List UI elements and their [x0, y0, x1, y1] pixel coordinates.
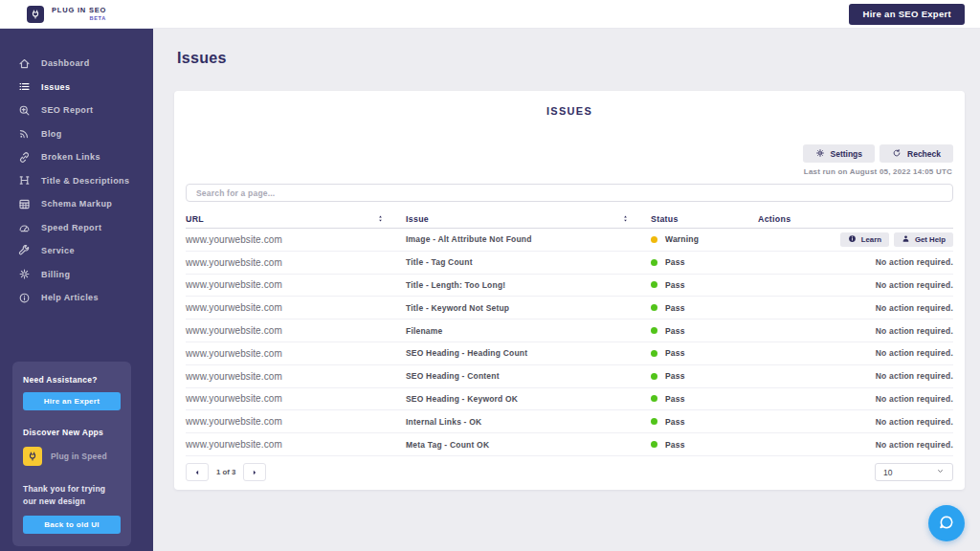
sidebar-nav: Dashboard Issues SEO Report Blog Broken … — [0, 29, 153, 310]
issues-card-title: ISSUES — [174, 105, 965, 117]
row-url: www.yourwebsite.com — [186, 279, 406, 290]
table-header: URL Issue Status Actions — [186, 209, 953, 229]
back-to-old-ui-button[interactable]: Back to old UI — [23, 516, 121, 534]
status-label: Pass — [665, 280, 685, 290]
row-issue: Title - Length: Too Long! — [406, 280, 651, 290]
page-size-select[interactable]: 10 — [875, 463, 953, 481]
sidebar-item-broken-links[interactable]: Broken Links — [0, 145, 153, 169]
rss-icon — [18, 127, 31, 140]
get-help-button[interactable]: Get Help — [894, 232, 953, 247]
sidebar: Dashboard Issues SEO Report Blog Broken … — [0, 29, 153, 551]
sidebar-item-seo-report[interactable]: SEO Report — [0, 99, 153, 122]
row-actions: No action required. — [758, 257, 953, 267]
learn-button[interactable]: Learn — [840, 232, 889, 247]
row-actions: No action required. — [758, 371, 953, 381]
gears-icon — [815, 148, 825, 160]
refresh-icon — [892, 148, 902, 160]
row-url: www.yourwebsite.com — [186, 371, 406, 382]
hire-seo-expert-button[interactable]: Hire an SEO Expert — [849, 4, 965, 25]
sidebar-item-schema-markup[interactable]: Schema Markup — [0, 192, 153, 216]
status-label: Pass — [665, 348, 685, 358]
status-dot-icon — [651, 281, 657, 288]
assistance-panel: Need Assistance? Hire an Expert Discover… — [12, 362, 131, 546]
row-issue: Title - Keyword Not Setup — [406, 303, 651, 313]
arrow-right-icon — [251, 465, 258, 479]
table-row: www.yourwebsite.com Image - Alt Attribut… — [186, 229, 953, 252]
status-dot-icon — [651, 259, 657, 266]
row-status: Pass — [651, 348, 758, 358]
plug-icon — [23, 447, 42, 466]
column-header-status: Status — [651, 214, 758, 224]
app-name: PLUG IN SEO — [52, 7, 106, 14]
status-dot-icon — [651, 373, 657, 380]
settings-button[interactable]: Settings — [803, 144, 876, 163]
page-indicator: 1 of 3 — [216, 468, 235, 476]
thanks-text: Thank you for trying our new design — [23, 483, 121, 508]
search-input[interactable] — [186, 184, 953, 202]
sidebar-item-issues[interactable]: Issues — [0, 76, 153, 99]
chat-bubble-icon — [938, 514, 955, 534]
sort-icon[interactable] — [376, 214, 385, 223]
status-dot-icon — [651, 304, 657, 311]
status-dot-icon — [651, 441, 657, 448]
table-row: www.yourwebsite.com SEO Heading - Conten… — [186, 365, 953, 388]
pagination: 1 of 3 — [186, 463, 266, 481]
plug-icon — [27, 6, 44, 23]
recheck-button[interactable]: Recheck — [880, 144, 953, 163]
row-url: www.yourwebsite.com — [186, 302, 406, 313]
sidebar-item-service[interactable]: Service — [0, 239, 153, 263]
sidebar-item-billing[interactable]: Billing — [0, 263, 153, 287]
person-icon — [902, 234, 910, 245]
last-run-timestamp: Last run on August 05, 2022 14:05 UTC — [804, 167, 952, 176]
discover-new-apps-title: Discover New Apps — [23, 428, 121, 437]
chevron-down-icon — [936, 467, 945, 477]
row-status: Pass — [651, 303, 758, 313]
search-icon — [18, 104, 31, 117]
row-status: Pass — [651, 417, 758, 427]
row-issue: SEO Heading - Keyword OK — [406, 394, 651, 404]
row-status: Pass — [651, 371, 758, 381]
wrench-icon — [18, 245, 31, 257]
arrow-left-icon — [193, 465, 201, 479]
row-status: Pass — [651, 440, 758, 450]
table-row: www.yourwebsite.com Title - Length: Too … — [186, 275, 953, 298]
gear-icon — [18, 268, 31, 280]
row-issue: Title - Tag Count — [406, 257, 651, 267]
table-row: www.yourwebsite.com Title - Tag Count Pa… — [186, 252, 953, 275]
column-header-issue: Issue — [406, 214, 651, 224]
heading-icon — [18, 174, 31, 187]
status-label: Pass — [665, 417, 685, 427]
need-assistance-title: Need Assistance? — [23, 375, 121, 385]
row-actions: No action required. — [758, 440, 953, 450]
status-label: Pass — [665, 257, 685, 267]
row-url: www.yourwebsite.com — [186, 234, 406, 245]
status-label: Pass — [665, 394, 685, 404]
sidebar-item-dashboard[interactable]: Dashboard — [0, 52, 153, 76]
sort-icon[interactable] — [621, 214, 630, 223]
sidebar-item-help-articles[interactable]: Help Articles — [0, 286, 153, 310]
grid-icon — [18, 198, 31, 210]
next-page-button[interactable] — [243, 463, 266, 481]
beta-badge: BETA — [52, 16, 106, 22]
page-title: Issues — [177, 50, 227, 67]
row-actions: LearnGet Help — [758, 232, 953, 247]
toolbar: Settings Recheck — [803, 144, 954, 163]
status-dot-icon — [651, 350, 657, 357]
row-actions: No action required. — [758, 280, 953, 290]
row-url: www.yourwebsite.com — [186, 257, 406, 268]
app-logo: PLUG IN SEO BETA — [27, 6, 106, 23]
row-issue: Filename — [406, 326, 651, 336]
row-issue: SEO Heading - Heading Count — [406, 348, 651, 358]
status-label: Pass — [665, 303, 685, 313]
sidebar-item-blog[interactable]: Blog — [0, 122, 153, 146]
hire-an-expert-button[interactable]: Hire an Expert — [23, 392, 121, 410]
plug-in-speed-app-link[interactable]: Plug in Speed — [23, 447, 121, 466]
row-issue: SEO Heading - Content — [406, 371, 651, 381]
status-dot-icon — [651, 418, 657, 425]
chat-widget-button[interactable] — [928, 505, 965, 541]
info-icon — [18, 292, 31, 304]
previous-page-button[interactable] — [186, 463, 209, 481]
sidebar-item-title-descriptions[interactable]: Title & Descriptions — [0, 169, 153, 193]
sidebar-item-speed-report[interactable]: Speed Report — [0, 216, 153, 240]
row-status: Pass — [651, 394, 758, 404]
